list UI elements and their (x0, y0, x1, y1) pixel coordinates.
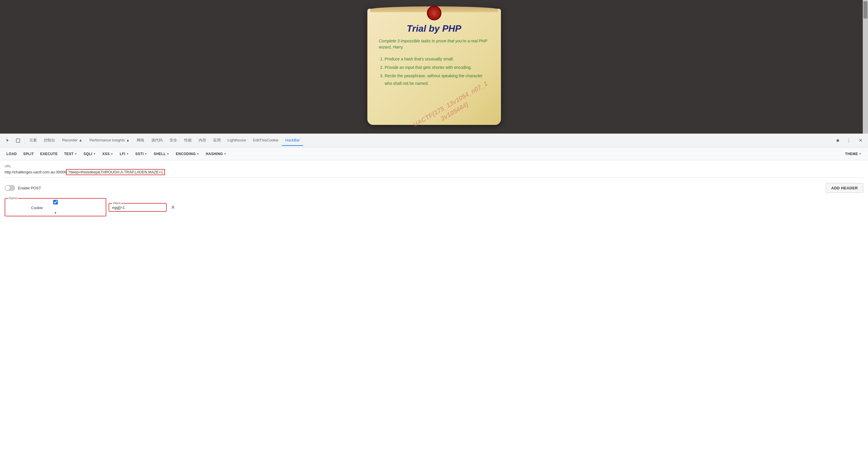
header-name-label: Name (8, 196, 18, 200)
hackbar-execute-button[interactable]: EXECUTE (37, 150, 61, 158)
encoding-dropdown-arrow: ▼ (196, 152, 199, 155)
sqli-dropdown-arrow: ▼ (93, 152, 96, 155)
header-name-checkbox[interactable] (53, 200, 58, 205)
header-name-input[interactable] (31, 206, 80, 210)
webpage-area: Q Trial by PHP Complete 3 impossible tas… (0, 0, 868, 133)
scrollbar-right[interactable] (863, 0, 868, 133)
hackbar-test-button[interactable]: TEST ▼ (61, 150, 80, 158)
enable-post-toggle[interactable] (5, 185, 15, 191)
tab-performance2[interactable]: 性能 (181, 135, 195, 146)
url-area: URL http://challenges.uactf.com.au:30006… (0, 160, 868, 178)
hackbar-theme-button[interactable]: THEME ▼ (842, 150, 865, 158)
tab-lighthouse[interactable]: Lighthouse (224, 135, 250, 146)
settings-icon[interactable] (832, 135, 842, 146)
toggle-thumb (5, 186, 10, 190)
parchment-task-3: Recite the passphrase, without speaking … (385, 72, 489, 87)
header-row: Name ▼ Value ✕ (0, 198, 868, 220)
tab-performance-insights[interactable]: Performance insights ▲ (86, 135, 133, 146)
url-query-highlighted[interactable]: ?deep=thisisdeep&THROUGH.A.TRAP.LADEN.MA… (66, 169, 165, 175)
hackbar-toolbar: LOAD SPLIT EXECUTE TEST ▼ SQLI ▼ XSS ▼ L… (0, 148, 868, 160)
hackbar-xss-button[interactable]: XSS ▼ (99, 150, 116, 158)
header-value-label: Value (112, 201, 121, 205)
parchment-tasks: Produce a hash that's unusually small. P… (379, 56, 489, 87)
tab-elements[interactable]: 元素 (26, 135, 40, 146)
url-base: http://challenges.uactf.com.au:30006 (5, 170, 66, 174)
tab-editthiscookie[interactable]: EditThisCookie (249, 135, 282, 146)
parchment: Q Trial by PHP Complete 3 impossible tas… (367, 9, 501, 125)
header-delete-button[interactable]: ✕ (169, 204, 177, 211)
header-value-input[interactable] (112, 205, 163, 210)
tab-network[interactable]: 网络 (133, 135, 148, 146)
parchment-subtitle: Complete 3 impossible tasks to prove tha… (379, 38, 489, 50)
inspect-icon[interactable] (13, 135, 23, 146)
hashing-dropdown-arrow: ▼ (224, 152, 226, 155)
tab-application[interactable]: 应用 (210, 135, 224, 146)
tab-console[interactable]: 控制台 (40, 135, 59, 146)
enable-post-label: Enable POST (18, 186, 41, 190)
url-label: URL (5, 164, 863, 168)
lfi-dropdown-arrow: ▼ (126, 152, 129, 155)
tab-memory[interactable]: 内存 (195, 135, 210, 146)
scroll-thumb[interactable] (863, 1, 867, 19)
devtools-end-icons: ⋮ ✕ (832, 135, 866, 146)
tab-recorder[interactable]: Recorder ▲ (59, 135, 86, 146)
url-input-row[interactable]: http://challenges.uactf.com.au:30006 ?de… (5, 169, 863, 178)
tab-hackbar[interactable]: HackBar (282, 135, 304, 146)
options-area: Enable POST ADD HEADER (0, 178, 868, 198)
hackbar-ssti-button[interactable]: SSTI ▼ (132, 150, 150, 158)
devtools-tabs-bar: 元素 控制台 Recorder ▲ Performance insights ▲… (0, 133, 868, 148)
hackbar-sqli-button[interactable]: SQLI ▼ (81, 150, 99, 158)
tab-security[interactable]: 安全 (166, 135, 181, 146)
parchment-task-2: Provide an input that gets shorter with … (385, 64, 489, 71)
xss-dropdown-arrow: ▼ (111, 152, 113, 155)
svg-rect-0 (16, 139, 20, 142)
hackbar-shell-button[interactable]: SHELL ▼ (151, 150, 172, 158)
parchment-watermark: UACTF{175_13v1054_n07_1 3v105444} (411, 80, 493, 133)
ssti-dropdown-arrow: ▼ (145, 152, 147, 155)
tab-divider-1 (24, 137, 25, 144)
tab-sources[interactable]: 源代码 (148, 135, 166, 146)
header-value-group: Value (108, 203, 167, 212)
add-header-button[interactable]: ADD HEADER (826, 183, 863, 193)
parchment-title: Trial by PHP (379, 23, 489, 34)
hackbar-split-button[interactable]: SPLIT (20, 150, 37, 158)
header-name-dropdown-arrow[interactable]: ▼ (54, 211, 57, 215)
close-icon[interactable]: ✕ (855, 135, 866, 146)
test-dropdown-arrow: ▼ (74, 152, 77, 155)
theme-dropdown-arrow: ▼ (859, 152, 862, 155)
hackbar-hashing-button[interactable]: HASHING ▼ (203, 150, 229, 158)
hackbar-lfi-button[interactable]: LFI ▼ (117, 150, 132, 158)
wax-seal: Q (427, 6, 441, 20)
cursor-icon[interactable] (2, 135, 13, 146)
hackbar-load-button[interactable]: LOAD (3, 150, 20, 158)
shell-dropdown-arrow: ▼ (167, 152, 169, 155)
parchment-task-1: Produce a hash that's unusually small. (385, 56, 489, 63)
more-icon[interactable]: ⋮ (844, 135, 854, 146)
header-name-group: Name ▼ (5, 198, 106, 216)
hackbar-encoding-button[interactable]: ENCODING ▼ (173, 150, 202, 158)
